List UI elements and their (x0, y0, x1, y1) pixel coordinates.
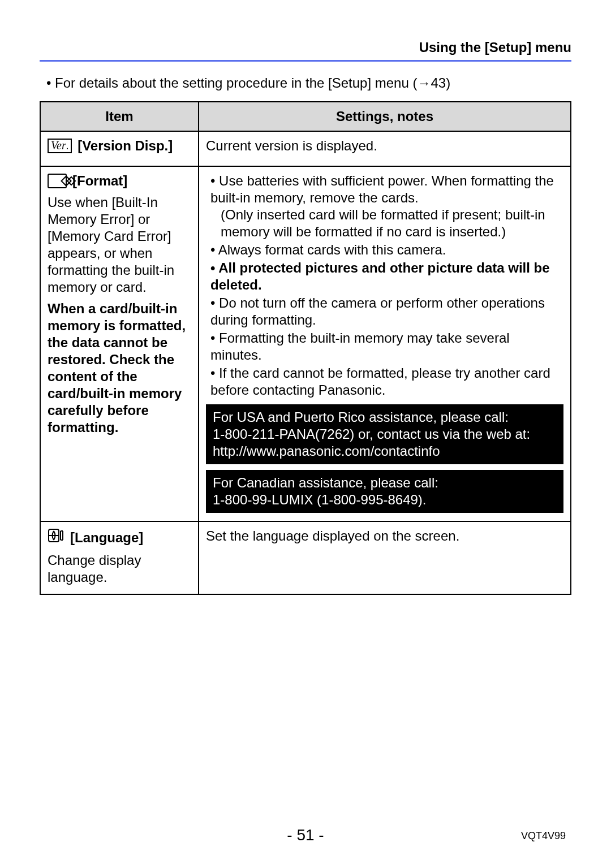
section-header: Using the [Setup] menu (40, 40, 571, 62)
note-item-bold: All protected pictures and other picture… (210, 260, 563, 293)
callout-canada: For Canadian assistance, please call: 1-… (206, 470, 563, 513)
item-desc: Use when [Built-In Memory Error] or [Mem… (48, 194, 191, 296)
intro-bullet: • (46, 75, 55, 90)
section-title: Using the [Setup] menu (419, 40, 571, 55)
language-icon (48, 528, 64, 547)
table-row: [Language] Change display language. Set … (40, 521, 571, 594)
note-subtext: (Only inserted card will be formatted if… (210, 206, 563, 240)
callout-line: For USA and Puerto Rico assistance, plea… (213, 409, 557, 426)
page-number: - 51 - (0, 826, 611, 844)
notes-language: Set the language displayed on the screen… (199, 521, 571, 594)
item-format: [Format] Use when [Built-In Memory Error… (40, 166, 199, 521)
format-icon (48, 174, 67, 188)
note-item: Always format cards with this camera. (210, 241, 563, 258)
item-desc: Change display language. (48, 552, 191, 586)
callout-usa: For USA and Puerto Rico assistance, plea… (206, 404, 563, 464)
note-text: Use batteries with sufficient power. Whe… (210, 173, 554, 205)
callout-line: 1-800-99-LUMIX (1-800-995-8649). (213, 491, 557, 508)
note-item: Formatting the built-in memory may take … (210, 330, 563, 364)
notes-list: Use batteries with sufficient power. Whe… (206, 172, 563, 399)
table-row: [Format] Use when [Built-In Memory Error… (40, 166, 571, 521)
table-header-row: Item Settings, notes (40, 102, 571, 131)
intro-text: For details about the setting procedure … (55, 75, 450, 90)
version-icon: Ver. (48, 139, 72, 153)
note-item: Do not turn off the camera or perform ot… (210, 295, 563, 329)
item-warning: When a card/built-in memory is formatted… (48, 300, 191, 436)
manual-page: Using the [Setup] menu • For details abo… (0, 0, 611, 868)
note-item: If the card cannot be formatted, please … (210, 365, 563, 399)
callout-line: http://www.panasonic.com/contactinfo (213, 443, 557, 460)
item-title: [Version Disp.] (78, 137, 173, 154)
callout-line: 1-800-211-PANA(7262) or, contact us via … (213, 426, 557, 443)
col-header-item: Item (40, 102, 199, 131)
note-item: Use batteries with sufficient power. Whe… (210, 172, 563, 240)
item-title: [Language] (70, 529, 143, 546)
settings-table: Item Settings, notes Ver. [Version Disp.… (40, 101, 571, 595)
document-code: VQT4V99 (521, 830, 566, 842)
col-header-notes: Settings, notes (199, 102, 571, 131)
item-title: [Format] (72, 172, 127, 189)
notes-text: Current version is displayed. (206, 138, 377, 153)
intro-line: • For details about the setting procedur… (40, 75, 571, 91)
notes-text: Set the language displayed on the screen… (206, 528, 459, 543)
table-row: Ver. [Version Disp.] Current version is … (40, 131, 571, 166)
item-language: [Language] Change display language. (40, 521, 199, 594)
notes-version-disp: Current version is displayed. (199, 131, 571, 166)
item-version-disp: Ver. [Version Disp.] (40, 131, 199, 166)
notes-format: Use batteries with sufficient power. Whe… (199, 166, 571, 521)
callout-line: For Canadian assistance, please call: (213, 474, 557, 491)
